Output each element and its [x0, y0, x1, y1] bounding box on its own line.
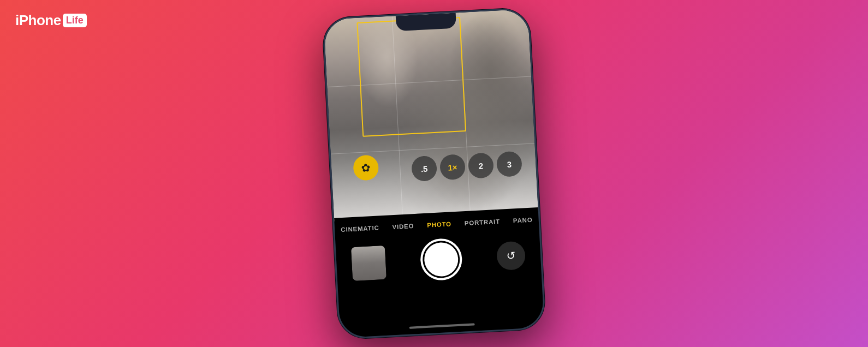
thumbnail-preview — [351, 246, 387, 281]
phone-mockup: ✿ .5 1× 2 3 CINEMATI — [322, 7, 546, 339]
tulip-icon: ✿ — [361, 161, 371, 175]
zoom-2x-label: 2 — [478, 161, 483, 170]
mode-cinematic[interactable]: CINEMATIC — [341, 224, 379, 233]
logo-iphone-text: iPhone — [15, 12, 61, 29]
camera-controls: CINEMATIC VIDEO PHOTO PORTRAIT PANO ↺ — [334, 207, 544, 338]
home-indicator — [409, 323, 475, 328]
viewfinder: ✿ .5 1× 2 3 — [324, 9, 538, 222]
shutter-inner — [424, 242, 459, 277]
zoom-05-label: .5 — [420, 164, 427, 174]
focus-rectangle — [356, 17, 466, 137]
controls-row: ↺ — [335, 229, 542, 290]
zoom-1x-label: 1× — [448, 162, 457, 172]
shutter-button[interactable] — [419, 238, 463, 282]
logo-life-text: Life — [63, 14, 87, 27]
flip-camera-icon: ↺ — [506, 249, 516, 262]
mode-video[interactable]: VIDEO — [392, 223, 414, 230]
zoom-05-button[interactable]: .5 — [411, 155, 437, 182]
mode-photo[interactable]: PHOTO — [427, 220, 451, 228]
mode-portrait[interactable]: PORTRAIT — [465, 218, 501, 226]
zoom-3x-button[interactable]: 3 — [496, 151, 522, 177]
zoom-2x-button[interactable]: 2 — [468, 152, 494, 178]
mode-pano[interactable]: PANO — [513, 217, 533, 224]
phone-notch — [396, 13, 456, 32]
photo-thumbnail[interactable] — [351, 246, 387, 281]
flip-camera-button[interactable]: ↺ — [496, 241, 526, 271]
logo: iPhone Life — [15, 12, 87, 29]
phone-body: ✿ .5 1× 2 3 CINEMATI — [322, 7, 546, 339]
zoom-1x-button[interactable]: 1× — [439, 154, 466, 180]
zoom-3x-label: 3 — [507, 159, 512, 169]
